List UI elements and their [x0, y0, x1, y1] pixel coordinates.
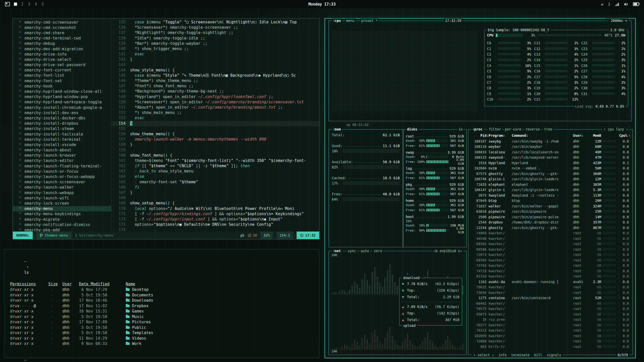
sidebar-file-item[interactable]: *omarchy-notification-dismiss [13, 222, 111, 227]
process-row[interactable]: 2075XwaylandXwayland :1 -rootless -dhh11… [470, 193, 630, 198]
process-row[interactable]: 76313kworker/root0B0.0 [470, 328, 630, 333]
file-name[interactable]: Videos [126, 336, 313, 341]
sidebar-file-item[interactable]: *omarchy-launch-editor [13, 158, 111, 163]
file-name[interactable]: Work [126, 341, 313, 346]
workspace-button[interactable]: 2 [21, 2, 23, 7]
sidebar-file-item[interactable]: *omarchy-hook [13, 83, 111, 89]
code-line[interactable]: 146 *Theme*) show_theme_menu ;; [111, 78, 319, 83]
terminal-window[interactable]: ~ › ls PermissionsSizeUserDate ModifiedN… [4, 249, 319, 358]
sidebar-file-item[interactable]: *omarchy-launch-floating-terminal- [13, 163, 111, 169]
process-row[interactable]: 94540kworker/root0B0.0 [470, 236, 630, 241]
process-row[interactable]: 73703kworker/root0B0.0 [470, 263, 630, 268]
sidebar-file-item[interactable]: *omarchy-cmd-terminal-cwd [13, 36, 111, 41]
file-name[interactable]: Dropbox [126, 303, 313, 309]
prompt-line-2[interactable]: ~ › [10, 352, 313, 362]
code-line[interactable]: 163 │ back_to show_style_menu [111, 169, 319, 174]
process-row[interactable]: 72073kworker/root0B0.0 [470, 252, 630, 258]
sidebar-file-item[interactable]: *omarchy-menu-keybindings [13, 211, 111, 217]
process-row[interactable]: 12244ghostty/usr/bin/ghostty --gtk-dhh86… [470, 225, 630, 231]
process-row[interactable]: 68584kworker/root0B0.0 [470, 257, 630, 263]
file-name[interactable]: Templates [126, 330, 313, 336]
code-line[interactable]: 141 esac [111, 52, 319, 57]
io-mode-button[interactable]: io [457, 127, 464, 131]
process-row[interactable]: 71837walker/usr/bin/walker --gappldhh324… [470, 203, 630, 209]
sidebar-file-item[interactable]: *omarchy-drive-set-password [13, 62, 111, 68]
process-row[interactable]: 74733kworker/root0B0.0 [470, 268, 630, 274]
code-line[interactable]: 145 case $(menu "Style" "✎ Theme\nⒶ Font… [111, 73, 319, 78]
proc-footer-button[interactable]: info [498, 353, 507, 357]
sidebar-file-item[interactable]: *omarchy-launch-about [13, 148, 111, 153]
bluetooth-icon[interactable]: ᛒ [608, 2, 611, 7]
code-line[interactable]: 148 *Background*) omarchy-theme-bg-next … [111, 89, 319, 94]
sidebar-file-item[interactable]: *omarchy-install-terminal [13, 137, 111, 142]
process-row[interactable]: 102099kworker/root0B0.0 [470, 333, 630, 339]
net-sync-button[interactable]: sync [346, 249, 357, 253]
cpu-usage-icon[interactable] [616, 3, 619, 6]
filter-button[interactable]: filter [488, 127, 502, 131]
process-row[interactable]: 87649btopbtopdhh26M0.0 [470, 198, 630, 204]
process-row[interactable]: 73656kworker/root0B0.0 [470, 290, 630, 295]
sidebar-file-item[interactable]: *omarchy-hyprland-workspace-toggle [13, 100, 111, 105]
sidebar-file-item[interactable]: *omarchy-install-dev-env [13, 110, 111, 115]
process-row[interactable]: 1916HyprlandHyprlanddhh423M0.1 [470, 160, 630, 166]
process-row[interactable]: 71835elephantelephantdhh385M0.0 [470, 182, 630, 187]
code-line[interactable]: 150 *Screensaver*) open_in_editor ~/.con… [111, 100, 319, 105]
code-line[interactable]: 136 *Screensaver*) omarchy-toggle-screen… [111, 25, 319, 30]
workspace-button[interactable]: 3 [28, 2, 30, 7]
code-line[interactable]: 174 [111, 227, 319, 232]
process-row[interactable]: 68583kworker/root0B0.0 [470, 241, 630, 247]
code-line[interactable]: 167} [111, 190, 319, 195]
sidebar-file-item[interactable]: *omarchy-dev-add-migration [13, 46, 111, 52]
code-line[interactable]: 140 *) show_trigger_menu ;; [111, 46, 319, 52]
file-name[interactable]: Documents [126, 292, 313, 298]
code-line[interactable]: 137 *Nightlight*) omarchy-toggle-nightli… [111, 30, 319, 35]
file-name[interactable]: Pictures [126, 319, 313, 325]
process-row[interactable]: 106746glycin-i/usr/lib/glycin-loadersdhh… [470, 176, 630, 182]
code-line[interactable]: 158} [111, 142, 319, 147]
sidebar-file-item[interactable]: *omarchy-cmd-share [13, 30, 111, 35]
code-line[interactable]: 166 fi [111, 185, 319, 190]
sidebar-file-item[interactable]: *omarchy-pkg-add [13, 227, 111, 232]
proc-footer-button[interactable]: ↑ select ↓ [473, 353, 494, 357]
proc-footer-button[interactable]: signals [547, 353, 561, 357]
process-row[interactable]: 79032kworker/root0B0.0 [470, 285, 630, 290]
process-row[interactable]: 76577kworker/root0B0.0 [470, 322, 630, 328]
code-line[interactable]: 173 options="$options\n▣ Defaults\n⊕ DNS… [111, 222, 319, 227]
process-row[interactable]: 2506pipewire/usr/bin/pipewire-pulsedhh14… [470, 214, 630, 220]
sidebar-file-item[interactable]: *omarchy-cmd-screenshot [13, 25, 111, 30]
code-line[interactable]: 161 theme=$(menu "Font" "$(omarchy-font-… [111, 158, 319, 163]
code-area[interactable]: 135 case $(menu "Toggle" "▢ Screensaver\… [111, 19, 319, 232]
process-row[interactable]: 1162avahi-daavahi-daemon: running [avahi… [470, 279, 630, 285]
per-core-button[interactable]: per-core [504, 127, 522, 131]
reverse-button[interactable]: reverse [524, 127, 541, 131]
code-line[interactable]: 153 esac [111, 115, 319, 121]
menu-button[interactable]: menu [345, 18, 356, 23]
sidebar-file-item[interactable]: *omarchy-install-tailscale [13, 131, 111, 137]
code-line[interactable]: 149 *Hyprland*) open_in_editor ~/.config… [111, 94, 319, 100]
sidebar-file-item[interactable]: *omarchy-install-dropbox [13, 121, 111, 126]
process-row[interactable]: 81310kworker/root0B0.0 [470, 274, 630, 279]
process-row[interactable]: 803btrfs-trroot0B0.0 [470, 344, 630, 349]
proc-footer-button[interactable]: kill [534, 353, 542, 357]
code-line[interactable]: 168 [111, 195, 319, 201]
process-row[interactable]: 108125swayosd-/usr/lib/swayosd-serverdhh… [470, 155, 630, 160]
code-line[interactable]: 169show_setup_menu() { [111, 201, 319, 206]
sidebar-file-item[interactable]: *omarchy-hyprland-window-pop [13, 94, 111, 100]
net-interface[interactable]: ←b enp191s0 n→ [432, 249, 463, 253]
code-line[interactable]: 157 omarchy-launch-walker -m menus:omarc… [111, 137, 319, 142]
sidebar-file-item[interactable]: *omarchy-drive-info [13, 52, 111, 57]
preset-button[interactable]: preset * [360, 18, 379, 23]
volume-icon[interactable] [624, 3, 628, 6]
sidebar-file-item[interactable]: *omarchy-launch-or-focus-webapp [13, 174, 111, 179]
sidebar-file-item[interactable]: *omarchy-launch-walker [13, 185, 111, 190]
sidebar-file-item[interactable]: *omarchy-launch-wifi [13, 195, 111, 201]
process-row[interactable]: 102684nvimnvim --embed .dhh56M0.0 [470, 166, 630, 171]
interval-decrease[interactable]: - [607, 19, 609, 23]
interval-increase[interactable]: + [625, 19, 627, 23]
code-line[interactable]: 143 [111, 62, 319, 68]
code-line[interactable]: 155 [111, 126, 319, 131]
code-line[interactable]: 164 else [111, 174, 319, 179]
file-name[interactable]: Downloads [126, 298, 313, 303]
process-row[interactable]: 74869kworker/root0B0.0 [470, 231, 630, 236]
code-line[interactable]: 165 │ omarchy-font-set "$theme" [111, 179, 319, 185]
